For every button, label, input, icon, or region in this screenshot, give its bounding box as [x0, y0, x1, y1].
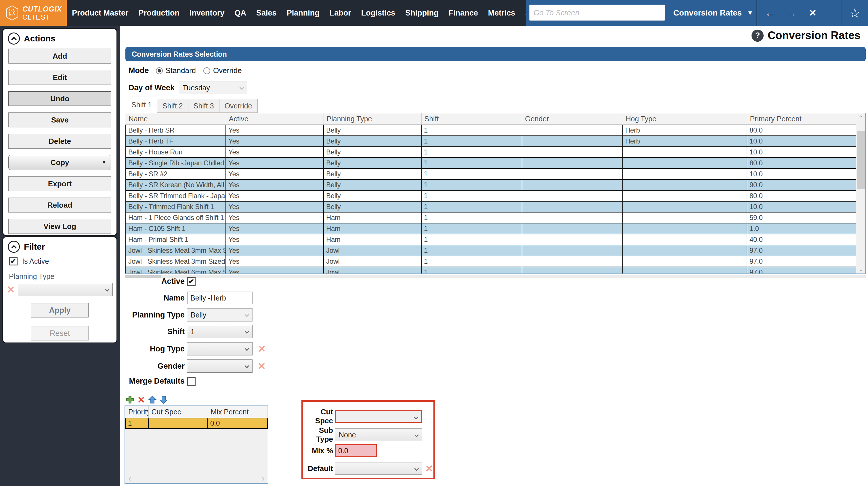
table-row[interactable]: Belly - Trimmed Flank Shift 1YesBelly110… [126, 201, 856, 212]
mix-percent-input[interactable] [335, 444, 377, 457]
cut-spec-select[interactable] [335, 410, 422, 423]
grid-horizontal-scrollbar[interactable] [125, 275, 866, 278]
copy-button[interactable]: Copy▼ [8, 155, 111, 170]
hog-type-select[interactable] [187, 342, 252, 356]
favorite-star-icon[interactable]: ☆ [846, 0, 863, 26]
grid-vertical-scrollbar[interactable]: ⌃ ⌄ [856, 113, 865, 273]
tab-shift-3[interactable]: Shift 3 [188, 99, 219, 113]
gender-select[interactable] [187, 360, 252, 373]
table-cell [522, 158, 623, 169]
column-header-planning-type[interactable]: Planning Type [323, 113, 421, 125]
close-screen-icon[interactable]: ✕ [804, 0, 822, 26]
table-cell [623, 212, 747, 223]
scroll-up-icon[interactable]: ⌃ [856, 113, 865, 122]
mix-table-row[interactable]: 10.0 [125, 418, 268, 428]
clear-hog-type-icon[interactable]: ✕ [258, 344, 266, 354]
column-header-name[interactable]: Name [126, 113, 226, 125]
table-row[interactable]: Ham - 1 Piece Glands off Shift 1YesHam15… [126, 212, 856, 223]
clear-planning-type-icon[interactable]: ✕ [7, 285, 15, 295]
chevron-up-icon [11, 37, 17, 42]
table-cell: Belly [323, 147, 421, 158]
menu-item-planning[interactable]: Planning [287, 9, 319, 18]
goto-screen-input[interactable] [529, 5, 665, 21]
reset-filter-button[interactable]: Reset [31, 326, 89, 340]
table-row[interactable]: Belly - SR Trimmed Flank - JapanYesBelly… [126, 190, 856, 201]
name-input[interactable] [187, 292, 252, 304]
apply-filter-button[interactable]: Apply [31, 303, 89, 317]
scrollbar-thumb[interactable] [857, 131, 865, 189]
reload-button[interactable]: Reload [8, 198, 111, 213]
table-row[interactable]: Ham - C105 Shift 1YesHam11.0 [126, 223, 856, 234]
move-up-icon[interactable] [148, 395, 157, 404]
clear-default-icon[interactable]: ✕ [425, 463, 433, 473]
mix-column-header-mix-percent[interactable]: Mix Percent [208, 406, 268, 418]
is-active-checkbox[interactable]: ✔ [9, 257, 18, 266]
menu-item-metrics[interactable]: Metrics [488, 9, 516, 18]
column-header-hog-type[interactable]: Hog Type [623, 113, 747, 125]
table-cell: 1 [421, 169, 522, 179]
tab-override[interactable]: Override [219, 99, 258, 113]
table-cell: 1 [421, 201, 522, 212]
menu-item-finance[interactable]: Finance [449, 9, 478, 18]
collapse-filter-button[interactable] [8, 241, 20, 253]
clear-gender-icon[interactable]: ✕ [258, 361, 266, 371]
collapse-actions-button[interactable] [8, 32, 20, 44]
mix-scroll-left-icon[interactable]: ‹ [129, 474, 131, 483]
menu-item-shipping[interactable]: Shipping [405, 9, 438, 18]
table-row[interactable]: Ham - Primal Shift 1YesHam140.0 [126, 234, 856, 245]
menu-item-logistics[interactable]: Logistics [361, 9, 396, 18]
scroll-down-icon[interactable]: ⌄ [856, 265, 865, 273]
table-row[interactable]: Belly - Single Rib -Japan Chilled SYesBe… [126, 158, 856, 169]
mode-option-standard[interactable]: Standard [156, 66, 196, 75]
export-button[interactable]: Export [8, 176, 111, 191]
add-row-icon[interactable] [125, 395, 134, 404]
menu-item-product-master[interactable]: Product Master [72, 9, 129, 18]
add-button[interactable]: Add [8, 49, 111, 64]
table-row[interactable]: Belly - Herb TFYesBelly1Herb10.0 [126, 136, 856, 147]
screen-selector-dropdown[interactable]: Conversion Rates ▼ [670, 0, 756, 26]
default-select[interactable] [335, 462, 422, 475]
menu-item-inventory[interactable]: Inventory [189, 9, 225, 18]
save-button[interactable]: Save [8, 113, 111, 127]
radio-standard[interactable] [156, 67, 163, 74]
table-row[interactable]: Belly - Herb SRYesBelly1Herb80.0 [126, 125, 856, 136]
table-row[interactable]: Belly - House RunYesBelly110.0 [126, 147, 856, 158]
active-checkbox[interactable]: ✔ [187, 277, 195, 286]
tab-shift-2[interactable]: Shift 2 [157, 99, 188, 113]
undo-button[interactable]: Undo [8, 91, 111, 106]
menu-item-qa[interactable]: QA [235, 9, 246, 18]
table-row[interactable]: Belly - SR #2YesBelly110.0 [126, 169, 856, 179]
planning-type-select[interactable]: Belly [187, 308, 252, 322]
table-row[interactable]: Jowl - Skinless Meat 6mm Max SIYesJowl19… [126, 267, 856, 274]
forward-arrow-icon[interactable]: → [783, 0, 800, 26]
mix-column-header-cut-spec[interactable]: Cut Spec [148, 406, 208, 418]
column-header-gender[interactable]: Gender [522, 113, 623, 125]
table-row[interactable]: Jowl - Skinless Meat 3mm Max SIYesJowl19… [126, 245, 856, 256]
back-arrow-icon[interactable]: ← [762, 0, 779, 26]
menu-item-labor[interactable]: Labor [330, 9, 351, 18]
menu-item-production[interactable]: Production [138, 9, 180, 18]
column-header-shift[interactable]: Shift [421, 113, 522, 125]
delete-row-icon[interactable] [136, 395, 146, 404]
mode-option-override[interactable]: Override [203, 66, 242, 75]
help-icon[interactable]: ? [751, 30, 764, 42]
planning-type-filter-select[interactable] [18, 283, 113, 296]
cutlogix-logo-icon [5, 5, 20, 21]
mix-column-header-priority[interactable]: Priority [125, 406, 148, 418]
sub-type-select[interactable]: None [335, 428, 422, 441]
day-of-week-select[interactable]: Tuesday [179, 81, 247, 94]
column-header-active[interactable]: Active [226, 113, 323, 125]
mix-scroll-right-icon[interactable]: › [261, 474, 264, 483]
radio-override[interactable] [203, 67, 210, 74]
move-down-icon[interactable] [159, 395, 168, 404]
menu-item-sales[interactable]: Sales [256, 9, 277, 18]
view-log-button[interactable]: View Log [8, 219, 111, 234]
tab-shift-1[interactable]: Shift 1 [126, 97, 157, 113]
merge-defaults-checkbox[interactable] [187, 377, 195, 386]
shift-select[interactable]: 1 [187, 325, 252, 338]
delete-button[interactable]: Delete [8, 134, 111, 149]
column-header-primary-percent[interactable]: Primary Percent [747, 113, 856, 125]
table-row[interactable]: Jowl - Skinless Meat 3mm Sized SYesJowl1… [126, 256, 856, 267]
table-row[interactable]: Belly - SR Korean (No Width, All IYesBel… [126, 179, 856, 190]
edit-button[interactable]: Edit [8, 70, 111, 85]
